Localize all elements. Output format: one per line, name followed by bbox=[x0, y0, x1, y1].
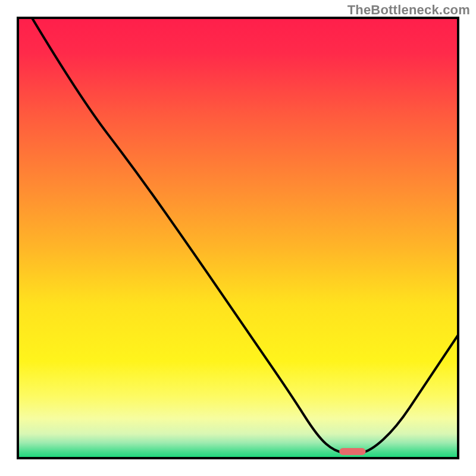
chart-canvas: TheBottleneck.com bbox=[0, 0, 476, 476]
svg-rect-1 bbox=[18, 18, 458, 458]
svg-rect-2 bbox=[339, 448, 365, 455]
chart-svg bbox=[0, 0, 476, 476]
